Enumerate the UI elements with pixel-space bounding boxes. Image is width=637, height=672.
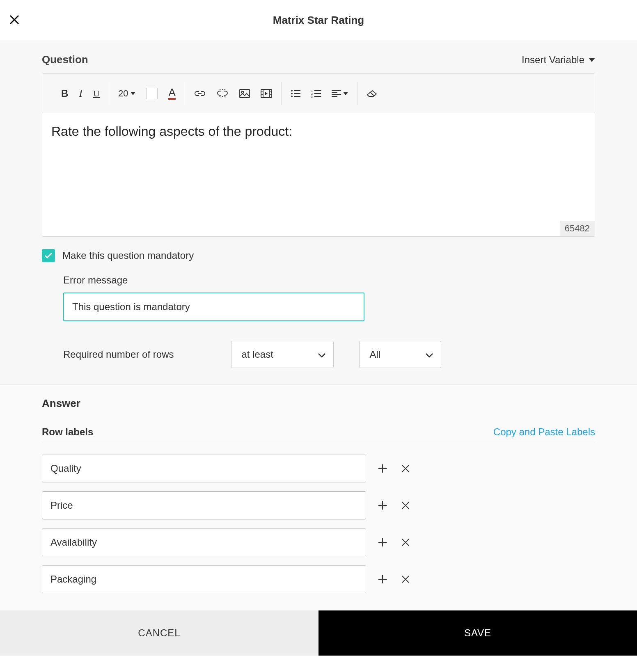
mandatory-checkbox[interactable] bbox=[42, 249, 55, 262]
mandatory-label: Make this question mandatory bbox=[62, 250, 194, 261]
svg-marker-19 bbox=[265, 92, 268, 95]
clear-format-button[interactable] bbox=[367, 90, 377, 97]
svg-line-6 bbox=[225, 89, 225, 90]
save-button[interactable]: SAVE bbox=[318, 610, 637, 656]
remove-row-button[interactable] bbox=[399, 536, 412, 549]
caret-down-icon bbox=[589, 58, 595, 62]
row-label-input[interactable] bbox=[42, 528, 366, 556]
svg-text:1: 1 bbox=[311, 89, 313, 92]
close-icon bbox=[401, 501, 410, 510]
cancel-button[interactable]: CANCEL bbox=[0, 610, 318, 656]
question-label: Question bbox=[42, 53, 88, 66]
add-row-button[interactable] bbox=[376, 499, 389, 512]
row-label-item bbox=[42, 528, 595, 556]
svg-line-7 bbox=[220, 96, 220, 97]
plus-icon bbox=[378, 501, 387, 510]
italic-button[interactable]: I bbox=[79, 87, 82, 100]
editor-toolbar: B I U 20 A bbox=[42, 74, 595, 113]
remove-row-button[interactable] bbox=[399, 499, 412, 512]
svg-marker-2 bbox=[589, 58, 595, 62]
svg-rect-29 bbox=[314, 93, 321, 94]
image-button[interactable] bbox=[239, 89, 250, 98]
video-icon bbox=[261, 89, 272, 98]
svg-rect-34 bbox=[332, 94, 341, 95]
underline-button[interactable]: U bbox=[93, 88, 100, 99]
error-message-label: Error message bbox=[63, 274, 595, 286]
svg-marker-36 bbox=[343, 92, 348, 95]
error-message-input[interactable] bbox=[63, 293, 364, 321]
required-rows-label: Required number of rows bbox=[63, 349, 174, 360]
row-labels-title: Row labels bbox=[42, 426, 93, 438]
plus-icon bbox=[378, 537, 387, 547]
svg-point-20 bbox=[291, 90, 293, 91]
unordered-list-button[interactable] bbox=[291, 89, 300, 98]
remove-row-button[interactable] bbox=[399, 573, 412, 586]
add-row-button[interactable] bbox=[376, 573, 389, 586]
modal-footer: CANCEL SAVE bbox=[0, 610, 637, 656]
modal-header: Matrix Star Rating bbox=[0, 0, 637, 41]
link-button[interactable] bbox=[194, 89, 206, 98]
caret-down-icon bbox=[343, 92, 348, 95]
font-size-select[interactable]: 20 bbox=[118, 88, 135, 99]
row-label-input[interactable] bbox=[42, 565, 366, 593]
svg-marker-3 bbox=[131, 92, 135, 95]
remove-row-button[interactable] bbox=[399, 462, 412, 475]
row-label-item bbox=[42, 565, 595, 593]
svg-text:3: 3 bbox=[311, 95, 313, 98]
unordered-list-icon bbox=[291, 89, 300, 98]
background-color-button[interactable] bbox=[146, 88, 158, 99]
check-icon bbox=[44, 252, 53, 259]
modal-title: Matrix Star Rating bbox=[0, 14, 637, 27]
insert-variable-dropdown[interactable]: Insert Variable bbox=[522, 54, 595, 66]
add-row-button[interactable] bbox=[376, 536, 389, 549]
close-icon bbox=[401, 464, 410, 473]
link-icon bbox=[194, 89, 206, 98]
svg-rect-27 bbox=[314, 90, 321, 91]
image-icon bbox=[239, 89, 250, 98]
caret-down-icon bbox=[131, 92, 135, 95]
required-rows-condition-select[interactable]: at least bbox=[231, 341, 334, 368]
close-icon bbox=[401, 538, 410, 547]
unlink-icon bbox=[216, 89, 229, 98]
row-label-input[interactable] bbox=[42, 455, 366, 482]
svg-rect-21 bbox=[294, 90, 300, 91]
svg-rect-23 bbox=[294, 93, 300, 94]
align-icon bbox=[332, 90, 341, 97]
svg-point-22 bbox=[291, 93, 293, 94]
row-label-item bbox=[42, 491, 595, 519]
question-section: Question Insert Variable B I U 20 A bbox=[0, 41, 637, 384]
svg-rect-31 bbox=[314, 96, 321, 97]
ordered-list-button[interactable]: 123 bbox=[311, 89, 321, 98]
text-color-button[interactable]: A bbox=[168, 87, 175, 100]
eraser-icon bbox=[367, 90, 377, 97]
add-row-button[interactable] bbox=[376, 462, 389, 475]
align-button[interactable] bbox=[332, 90, 348, 97]
close-icon bbox=[401, 575, 410, 584]
close-button[interactable] bbox=[6, 11, 23, 28]
answer-label: Answer bbox=[42, 397, 595, 410]
row-label-input[interactable] bbox=[42, 491, 366, 519]
copy-paste-labels-link[interactable]: Copy and Paste Labels bbox=[493, 426, 595, 438]
bold-button[interactable]: B bbox=[61, 88, 68, 99]
row-label-item bbox=[42, 455, 595, 482]
ordered-list-icon: 123 bbox=[311, 89, 321, 98]
close-icon bbox=[8, 14, 21, 26]
rich-text-editor: B I U 20 A bbox=[42, 73, 595, 237]
svg-line-9 bbox=[225, 96, 225, 97]
svg-rect-35 bbox=[332, 96, 337, 97]
svg-line-37 bbox=[370, 92, 374, 96]
svg-rect-33 bbox=[332, 92, 337, 93]
svg-rect-10 bbox=[240, 89, 250, 98]
plus-icon bbox=[378, 464, 387, 473]
chevron-down-icon bbox=[318, 353, 326, 358]
answer-section: Answer Row labels Copy and Paste Labels bbox=[0, 384, 637, 610]
svg-rect-32 bbox=[332, 90, 341, 91]
unlink-button[interactable] bbox=[216, 89, 229, 98]
svg-text:2: 2 bbox=[311, 92, 313, 95]
video-button[interactable] bbox=[261, 89, 272, 98]
insert-variable-label: Insert Variable bbox=[522, 54, 584, 66]
plus-icon bbox=[378, 574, 387, 584]
required-rows-count-select[interactable]: All bbox=[359, 341, 441, 368]
character-count: 65482 bbox=[560, 221, 595, 236]
question-text-input[interactable]: Rate the following aspects of the produc… bbox=[42, 113, 595, 236]
